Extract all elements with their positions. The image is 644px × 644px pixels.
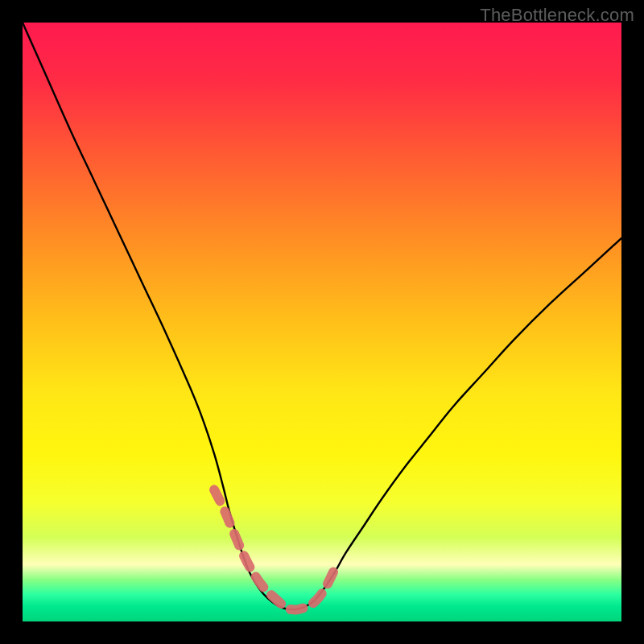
chart-svg [23,23,621,621]
watermark-text: TheBottleneck.com [480,5,634,26]
chart-plot-area [23,23,621,621]
chart-frame: TheBottleneck.com [0,0,644,644]
